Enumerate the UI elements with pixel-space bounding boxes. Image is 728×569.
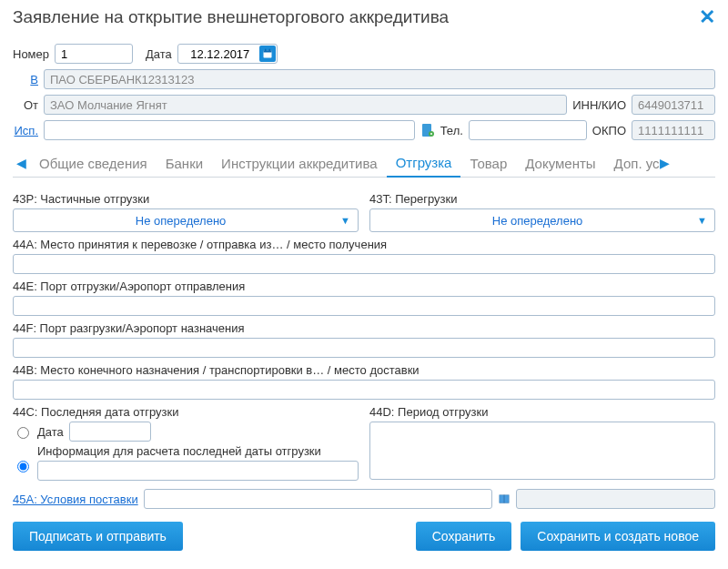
- f44c-calc-radio[interactable]: [17, 461, 29, 472]
- contacts-icon[interactable]: [420, 123, 435, 137]
- directory-icon[interactable]: [498, 493, 511, 505]
- tab-additional[interactable]: Доп. ус: [605, 150, 656, 177]
- from-input: [44, 95, 567, 115]
- to-label-link[interactable]: В: [13, 73, 38, 86]
- tab-shipment[interactable]: Отгрузка: [387, 149, 461, 178]
- f44b-input[interactable]: [13, 380, 715, 400]
- chevron-down-icon: ▼: [340, 215, 350, 226]
- tab-goods[interactable]: Товар: [460, 150, 516, 177]
- f43p-value: Не опеределено: [21, 214, 340, 228]
- f44c-calc-label: Информация для расчета последней даты от…: [37, 444, 359, 458]
- letter-of-credit-form: Заявление на открытие внешнеторгового ак…: [0, 0, 728, 569]
- f45a-input-1[interactable]: [144, 489, 492, 509]
- tab-banks[interactable]: Банки: [157, 150, 212, 177]
- f44c-label: 44C: Последняя дата отгрузки: [13, 405, 359, 419]
- isp-label-link[interactable]: Исп.: [13, 124, 38, 137]
- number-label: Номер: [13, 47, 49, 61]
- tel-input[interactable]: [469, 120, 587, 140]
- chevron-down-icon: ▼: [697, 215, 707, 226]
- window-title: Заявление на открытие внешнеторгового ак…: [13, 7, 449, 27]
- tab-bar: ◀ Общие сведения Банки Инструкции аккред…: [13, 149, 715, 178]
- f44f-label: 44F: Порт разгрузки/Аэропорт назначения: [13, 321, 715, 335]
- f44d-label: 44D: Период отгрузки: [369, 405, 715, 419]
- f44c-date-label: Дата: [37, 425, 64, 439]
- f45a-label-link[interactable]: 45A: Условия поставки: [13, 493, 138, 506]
- sign-send-button[interactable]: Подписать и отправить: [13, 522, 183, 551]
- f44d-textarea[interactable]: [369, 422, 715, 480]
- button-bar: Подписать и отправить Сохранить Сохранит…: [13, 522, 715, 551]
- okpo-input: [632, 120, 715, 140]
- save-new-button[interactable]: Сохранить и создать новое: [521, 522, 715, 551]
- inn-label: ИНН/КИО: [572, 98, 626, 112]
- f44a-input[interactable]: [13, 254, 715, 274]
- f43t-dropdown[interactable]: Не опеределено ▼: [369, 208, 715, 232]
- row-to: В: [13, 69, 715, 89]
- to-input: [44, 69, 715, 89]
- tel-label: Тел.: [440, 124, 463, 137]
- tab-general[interactable]: Общие сведения: [30, 150, 157, 177]
- f44e-label: 44E: Порт отгрузки/Аэропорт отправления: [13, 279, 715, 293]
- row-isp: Исп. Тел. ОКПО: [13, 120, 715, 140]
- f44c-date-input[interactable]: [69, 422, 151, 442]
- f44a-label: 44A: Место принятия к перевозке / отправ…: [13, 238, 715, 251]
- tab-instructions[interactable]: Инструкции аккредитива: [212, 150, 387, 177]
- close-icon[interactable]: ✕: [699, 7, 715, 27]
- tab-documents[interactable]: Документы: [516, 150, 604, 177]
- svg-rect-2: [265, 49, 267, 51]
- inn-input: [632, 95, 715, 115]
- f43t-value: Не опеределено: [378, 214, 697, 228]
- f44c-date-radio[interactable]: [17, 427, 29, 439]
- save-button[interactable]: Сохранить: [416, 522, 512, 551]
- f43t-label: 43T: Перегрузки: [369, 192, 715, 206]
- tab-scroll-left-icon[interactable]: ◀: [13, 156, 30, 170]
- tab-scroll-right-icon[interactable]: ▶: [656, 156, 673, 170]
- f43p-dropdown[interactable]: Не опеределено ▼: [13, 208, 359, 232]
- f44b-label: 44B: Место конечного назначения / трансп…: [13, 363, 715, 377]
- svg-rect-3: [268, 49, 270, 51]
- svg-rect-1: [263, 50, 271, 52]
- row-number-date: Номер Дата: [13, 44, 715, 64]
- f45a-input-2: [516, 489, 715, 509]
- from-label: От: [13, 98, 38, 112]
- row-45a: 45A: Условия поставки: [13, 489, 715, 509]
- f44e-input[interactable]: [13, 296, 715, 316]
- okpo-label: ОКПО: [592, 124, 626, 137]
- row-43p-43t: 43P: Частичные отгрузки Не опеределено ▼…: [13, 187, 715, 232]
- isp-input[interactable]: [44, 120, 415, 140]
- title-bar: Заявление на открытие внешнеторгового ак…: [13, 7, 715, 27]
- row-44c-44d: 44C: Последняя дата отгрузки Дата Информ…: [13, 405, 715, 483]
- f43p-label: 43P: Частичные отгрузки: [13, 192, 359, 206]
- f44f-input[interactable]: [13, 338, 715, 358]
- calendar-icon[interactable]: [259, 46, 276, 62]
- f44c-calc-input[interactable]: [37, 461, 359, 481]
- number-input[interactable]: [55, 44, 133, 64]
- date-label: Дата: [146, 47, 172, 61]
- row-from: От ИНН/КИО: [13, 95, 715, 115]
